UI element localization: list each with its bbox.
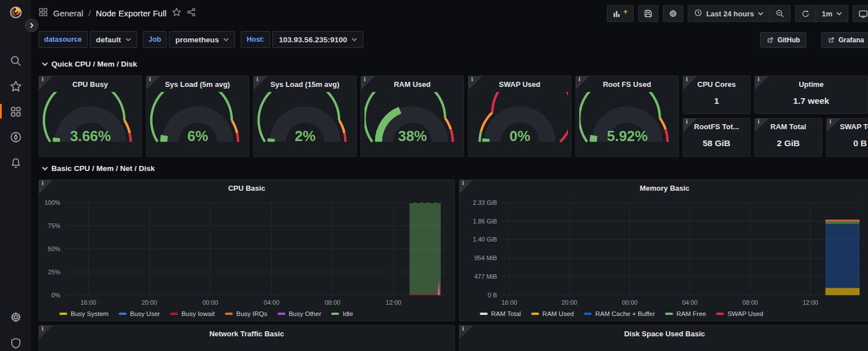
- breadcrumb: General / Node Exporter Full: [38, 7, 196, 19]
- panel-info-icon[interactable]: [146, 76, 160, 90]
- row-basic-cpu-mem-net-disk[interactable]: Basic CPU / Mem / Net / Disk: [42, 164, 155, 173]
- panel-info-icon[interactable]: [39, 326, 53, 339]
- panel-info-icon[interactable]: [254, 76, 267, 90]
- alerting-bell-icon[interactable]: [9, 156, 23, 170]
- legend-item[interactable]: Busy Other: [277, 310, 322, 317]
- dashboard-settings-button[interactable]: [663, 5, 683, 22]
- panel-info-icon[interactable]: [39, 180, 53, 194]
- time-range-picker[interactable]: Last 24 hours: [688, 6, 770, 21]
- panel-info-icon[interactable]: [39, 76, 53, 90]
- datasource-select[interactable]: default: [90, 31, 137, 48]
- zoom-out-button[interactable]: [770, 6, 790, 21]
- legend-item[interactable]: RAM Free: [665, 310, 706, 317]
- dashboard-title[interactable]: Node Exporter Full: [96, 8, 167, 18]
- svg-text:08:00: 08:00: [325, 299, 341, 306]
- legend-item[interactable]: Idle: [331, 310, 353, 317]
- host-select[interactable]: 103.93.56.235:9100: [272, 31, 363, 48]
- datasource-label: datasource: [38, 31, 88, 48]
- panel-ram-used: i RAM Used 38%: [361, 76, 464, 157]
- panel-info-icon[interactable]: [755, 119, 769, 132]
- template-variables: datasource default Job prometheus Host: …: [38, 31, 363, 48]
- svg-text:16:00: 16:00: [81, 299, 97, 306]
- breadcrumb-separator: /: [88, 8, 90, 18]
- panel-title[interactable]: CPU Busy: [39, 76, 141, 89]
- cpu-basic-legend: Busy SystemBusy UserBusy IowaitBusy IRQs…: [59, 310, 450, 317]
- legend-item[interactable]: SWAP Used: [716, 310, 763, 317]
- svg-text:00:00: 00:00: [202, 299, 218, 306]
- panel-info-icon[interactable]: [683, 76, 697, 90]
- svg-text:20:00: 20:00: [562, 299, 578, 306]
- legend-item[interactable]: RAM Cache + Buffer: [584, 310, 655, 317]
- variable-host: Host: 103.93.56.235:9100: [241, 31, 363, 48]
- panel-title[interactable]: Sys Load (15m avg): [254, 76, 356, 89]
- cycle-view-tv-button[interactable]: [853, 5, 868, 22]
- refresh-button[interactable]: [796, 6, 815, 21]
- svg-text:0 B: 0 B: [488, 292, 497, 299]
- legend-item[interactable]: Busy User: [119, 310, 160, 317]
- swap-used-gauge: 0%: [468, 92, 571, 151]
- job-select[interactable]: prometheus: [169, 31, 235, 48]
- panel-swap-used: i SWAP Used 0%: [468, 76, 571, 157]
- stat-value: 2 GiB: [755, 138, 822, 148]
- refresh-interval-label: 1m: [822, 10, 832, 18]
- legend-item[interactable]: RAM Total: [480, 310, 521, 317]
- panel-title[interactable]: Disk Space Used Basic: [459, 326, 868, 338]
- time-range-label: Last 24 hours: [706, 10, 754, 18]
- add-panel-button[interactable]: +: [607, 5, 633, 22]
- svg-text:08:00: 08:00: [743, 299, 758, 306]
- refresh-interval-picker[interactable]: 1m: [816, 6, 848, 21]
- panel-info-icon[interactable]: [755, 76, 769, 90]
- panel-title[interactable]: Sys Load (5m avg): [146, 76, 249, 89]
- svg-text:75%: 75%: [48, 222, 60, 229]
- dashboards-icon[interactable]: [9, 105, 23, 119]
- panel-info-icon[interactable]: [468, 76, 482, 90]
- panel-title[interactable]: Uptime: [755, 76, 867, 89]
- stat-value: 1: [683, 96, 750, 106]
- cpu-basic-chart[interactable]: 16:0020:0000:0004:0008:0012:000%25%50%75…: [40, 197, 453, 309]
- panel-title[interactable]: CPU Basic: [39, 180, 454, 192]
- panel-info-icon[interactable]: [361, 76, 375, 90]
- configuration-gear-icon[interactable]: [9, 310, 23, 324]
- share-icon[interactable]: [186, 7, 196, 19]
- grafana-link[interactable]: Grafana: [821, 32, 868, 48]
- stat-value: 58 GiB: [683, 138, 750, 148]
- panel-rootfs-total: i RootFS Tot... 58 GiB: [683, 118, 750, 157]
- favorite-star-icon[interactable]: [172, 7, 181, 19]
- refresh-group: 1m: [795, 5, 848, 22]
- panel-title[interactable]: Root FS Used: [576, 76, 678, 89]
- panel-cpu-cores: i CPU Cores 1: [683, 76, 750, 114]
- legend-item[interactable]: Busy Iowait: [170, 310, 215, 317]
- panel-title[interactable]: Network Traffic Basic: [39, 326, 454, 338]
- admin-shield-icon[interactable]: [9, 336, 23, 350]
- panel-cpu-basic: i CPU Basic 16:0020:0000:0004:0008:0012:…: [38, 179, 455, 321]
- grafana-logo[interactable]: [9, 6, 23, 19]
- sidebar-expand-button[interactable]: [25, 19, 38, 32]
- legend-item[interactable]: Busy IRQs: [225, 310, 267, 317]
- github-link[interactable]: GitHub: [760, 32, 806, 48]
- panel-title[interactable]: RAM Used: [361, 76, 463, 89]
- legend-item[interactable]: Busy System: [59, 310, 108, 317]
- panel-memory-basic: i Memory Basic 16:0020:0000:0004:0008:00…: [459, 179, 868, 321]
- panel-title[interactable]: Memory Basic: [459, 180, 868, 192]
- memory-basic-chart[interactable]: 16:0020:0000:0004:0008:0012:000 B477 MiB…: [461, 197, 868, 309]
- panel-sys-load-15m: i Sys Load (15m avg) 2%: [253, 76, 357, 157]
- svg-text:16:00: 16:00: [501, 299, 517, 306]
- search-icon[interactable]: [9, 54, 23, 68]
- svg-text:12:00: 12:00: [386, 299, 402, 306]
- panel-info-icon[interactable]: [827, 119, 840, 132]
- row-quick-cpu-mem-disk[interactable]: Quick CPU / Mem / Disk: [42, 60, 137, 68]
- panel-info-icon[interactable]: [459, 180, 473, 194]
- breadcrumb-section[interactable]: General: [53, 8, 83, 18]
- panel-info-icon[interactable]: [459, 326, 473, 339]
- panel-info-icon[interactable]: [576, 76, 589, 90]
- save-dashboard-button[interactable]: [638, 5, 658, 22]
- panel-disk-space-used-basic: i Disk Space Used Basic: [459, 325, 868, 351]
- star-icon[interactable]: [9, 80, 23, 93]
- dashboard-links: GitHub Grafana: [760, 32, 868, 48]
- sys-load-5m-gauge: 6%: [146, 92, 249, 151]
- panel-info-icon[interactable]: [683, 119, 697, 132]
- explore-compass-icon[interactable]: [9, 130, 23, 144]
- panel-title[interactable]: SWAP Used: [468, 76, 571, 89]
- panel-ram-total: i RAM Total 2 GiB: [754, 118, 822, 157]
- legend-item[interactable]: RAM Used: [531, 310, 574, 317]
